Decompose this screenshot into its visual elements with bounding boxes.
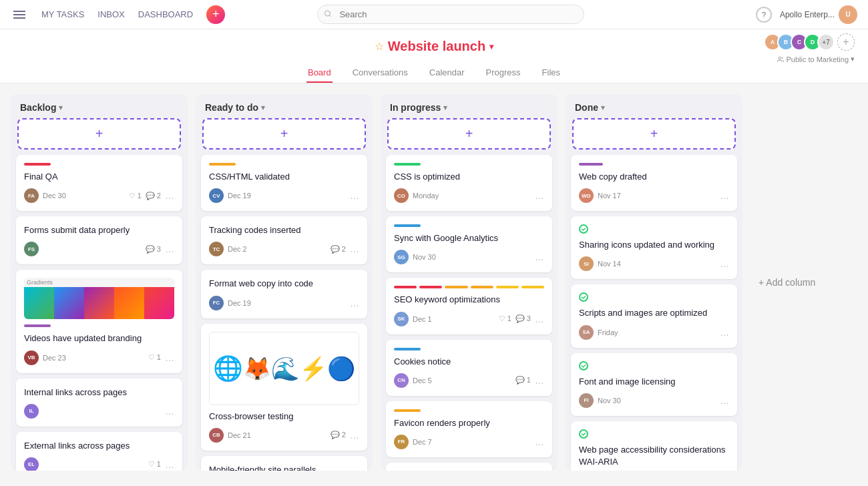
member-count[interactable]: +7 <box>817 33 835 51</box>
card-final-qa[interactable]: Final QA FA Dec 30 ♡ 1 💬 2 … <box>16 155 182 211</box>
card-date: Nov 14 <box>598 260 716 268</box>
card-comments[interactable]: 💬 2 <box>331 245 346 254</box>
card-tag <box>24 324 51 327</box>
inbox-link[interactable]: INBOX <box>97 9 124 19</box>
card-web-copy-drafted[interactable]: Web copy drafted WD Nov 17 … <box>571 155 737 211</box>
card-more-button[interactable]: … <box>165 190 174 201</box>
card-likes[interactable]: ♡ 1 <box>148 353 161 362</box>
card-likes[interactable]: ♡ 1 <box>129 192 142 200</box>
backlog-chevron[interactable]: ▾ <box>59 103 63 112</box>
add-card-ready-button[interactable]: + <box>202 118 366 150</box>
add-column-button[interactable]: + Add column <box>750 94 844 471</box>
done-tag-row <box>579 429 729 439</box>
project-title[interactable]: Website launch ▾ <box>388 39 493 54</box>
card-more-button[interactable]: … <box>165 244 174 254</box>
user-menu[interactable]: Apollo Enterp... U <box>780 5 857 24</box>
card-more-button[interactable]: … <box>350 190 359 201</box>
card-favicon[interactable]: Favicon renders properly FR Dec 7 … <box>386 401 552 457</box>
card-scripts-images[interactable]: Scripts and images are optimized SA Frid… <box>571 284 737 347</box>
visibility-chevron: ▾ <box>851 55 855 63</box>
card-web-copy-reviewed[interactable]: Web copy reviewed WR Dec 9 … <box>386 463 552 471</box>
card-title: Web copy drafted <box>579 171 729 183</box>
card-more-button[interactable]: … <box>720 395 729 406</box>
done-chevron[interactable]: ▾ <box>601 103 605 112</box>
card-title: Scripts and images are optimized <box>579 307 729 319</box>
card-footer: TC Dec 2 💬 2 … <box>209 242 359 256</box>
card-internal-links[interactable]: Internal links across pages IL … <box>16 379 182 427</box>
card-avatar: EL <box>24 457 39 471</box>
svg-point-0 <box>325 11 331 16</box>
tab-board[interactable]: Board <box>306 63 333 83</box>
card-comments[interactable]: 💬 1 <box>515 376 531 385</box>
card-more-button[interactable]: … <box>165 352 174 363</box>
card-comments[interactable]: 💬 3 <box>146 245 161 254</box>
card-css-optimized[interactable]: CSS is optimized CO Monday … <box>386 155 552 211</box>
card-more-button[interactable]: … <box>535 190 544 201</box>
card-seo-keywords[interactable]: SEO keyword optimizations SK Dec 1 ♡ 1 💬… <box>386 278 552 334</box>
tab-calendar[interactable]: Calendar <box>428 63 466 83</box>
ready-chevron[interactable]: ▾ <box>261 103 265 112</box>
tab-progress[interactable]: Progress <box>485 63 522 83</box>
card-external-links[interactable]: External links across pages EL ♡ 1 … <box>16 432 182 471</box>
card-more-button[interactable]: … <box>350 244 359 254</box>
my-tasks-link[interactable]: MY TASKS <box>41 9 84 19</box>
star-icon[interactable]: ☆ <box>375 40 384 53</box>
card-more-button[interactable]: … <box>350 430 359 441</box>
card-sync-analytics[interactable]: Sync with Google Analytics SG Nov 30 … <box>386 216 552 272</box>
add-card-inprogress-button[interactable]: + <box>387 118 551 150</box>
card-tracking-codes[interactable]: Tracking codes inserted TC Dec 2 💬 2 … <box>201 216 367 264</box>
column-inprogress: In progress ▾ + CSS is optimized CO Mond… <box>381 94 558 471</box>
inprogress-chevron[interactable]: ▾ <box>443 103 447 112</box>
card-more-button[interactable]: … <box>535 375 544 386</box>
card-title: Sharing icons updated and working <box>579 239 729 251</box>
card-css-html-validated[interactable]: CSS/HTML validated CV Dec 19 … <box>201 155 367 211</box>
card-format-web-copy[interactable]: Format web copy into code FC Dec 19 … <box>201 270 367 318</box>
tag-orange <box>445 286 467 288</box>
card-comments[interactable]: 💬 3 <box>515 314 531 323</box>
add-card-backlog-button[interactable]: + <box>17 118 181 150</box>
card-cookies-notice[interactable]: Cookies notice CN Dec 5 💬 1 … <box>386 340 552 396</box>
card-more-button[interactable]: … <box>350 298 359 308</box>
done-circle-icon <box>579 429 588 439</box>
column-inprogress-header: In progress ▾ <box>381 94 558 118</box>
card-more-button[interactable]: … <box>165 459 174 470</box>
card-avatar: FS <box>24 242 39 256</box>
card-more-button[interactable]: … <box>535 437 544 447</box>
card-footer: EL ♡ 1 … <box>24 457 174 471</box>
card-videos-branding[interactable]: Gradients Videos have updated branding V… <box>16 270 182 373</box>
card-more-button[interactable]: … <box>720 190 729 201</box>
tab-conversations[interactable]: Conversations <box>351 63 409 83</box>
card-sharing-icons[interactable]: Sharing icons updated and working SI Nov… <box>571 216 737 279</box>
card-more-button[interactable]: … <box>535 252 544 262</box>
card-more-button[interactable]: … <box>165 406 174 417</box>
create-task-button[interactable]: + <box>206 5 225 24</box>
search-input[interactable] <box>317 5 584 24</box>
card-more-button[interactable]: … <box>535 314 544 324</box>
card-font-licensing[interactable]: Font and image licensing FI Nov 30 … <box>571 353 737 416</box>
card-more-button[interactable]: … <box>720 327 729 338</box>
dashboard-link[interactable]: DASHBOARD <box>138 9 193 19</box>
help-button[interactable]: ? <box>756 7 772 23</box>
add-member-button[interactable]: + <box>837 33 855 51</box>
card-cross-browser[interactable]: 🌐 🦊 🌊 ⚡ 🔵 Cross-browser testing CB Dec 2… <box>201 324 367 451</box>
card-more-button[interactable]: … <box>720 258 729 269</box>
card-likes[interactable]: ♡ 1 <box>148 460 161 469</box>
card-actions: ♡ 1 💬 2 … <box>129 190 174 201</box>
tag-orange2 <box>471 286 493 288</box>
card-actions: 💬 2 … <box>331 430 359 441</box>
visibility-setting[interactable]: Public to Marketing ▾ <box>777 55 855 63</box>
card-avatar: CN <box>394 373 409 388</box>
card-forms-submit[interactable]: Forms submit data properly FS 💬 3 … <box>16 216 182 264</box>
card-comments[interactable]: 💬 2 <box>331 431 346 439</box>
card-accessibility[interactable]: Web page accessibility considerations WA… <box>571 421 737 471</box>
tab-files[interactable]: Files <box>541 63 562 83</box>
done-tag-row <box>579 163 729 166</box>
hamburger-menu[interactable] <box>11 8 28 21</box>
svg-point-1 <box>779 57 781 59</box>
add-card-done-button[interactable]: + <box>572 118 736 150</box>
card-mobile-friendly[interactable]: Mobile-friendly site parallels MF Dec 22… <box>201 456 367 471</box>
card-likes[interactable]: ♡ 1 <box>499 314 511 323</box>
card-avatar: FR <box>394 435 409 449</box>
card-comments[interactable]: 💬 2 <box>146 192 161 200</box>
search-icon <box>324 9 332 19</box>
